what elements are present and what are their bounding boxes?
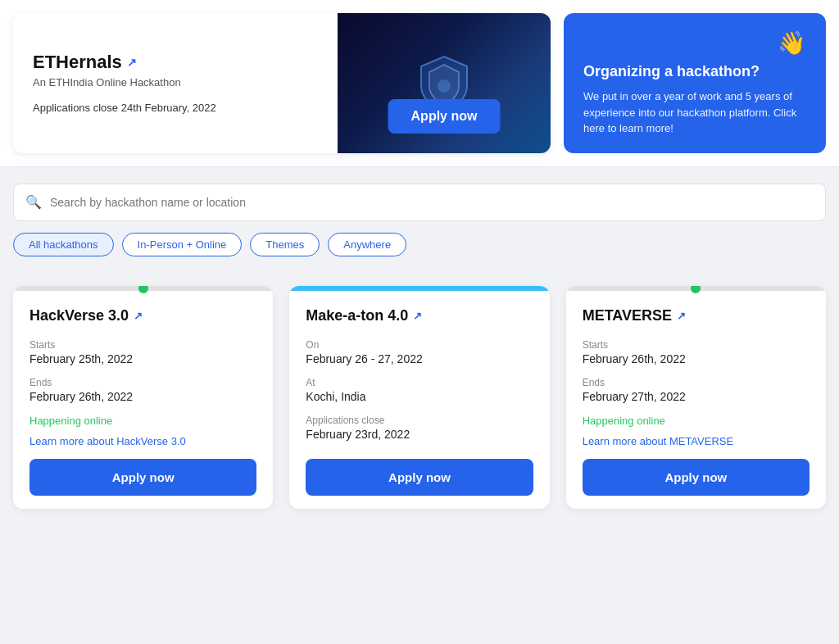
search-input[interactable] <box>50 196 814 209</box>
hero-subtitle: An ETHIndia Online Hackathon <box>33 76 318 88</box>
hero-hackathon-name: ETHernals <box>33 52 122 73</box>
filter-themes[interactable]: Themes <box>250 233 320 256</box>
hackverse-card-body: HackVerse 3.0 ↗ Starts February 25th, 20… <box>13 291 273 509</box>
metaverse-starts-label: Starts <box>583 339 810 351</box>
search-icon: 🔍 <box>25 194 42 210</box>
hackverse-apply-button[interactable]: Apply now <box>29 459 256 496</box>
hero-image: Apply now <box>338 13 551 153</box>
hero-section: ETHernals ↗ An ETHIndia Online Hackathon… <box>0 0 839 167</box>
make-a-ton-close-value: February 23rd, 2022 <box>306 428 533 441</box>
filter-anywhere[interactable]: Anywhere <box>328 233 406 256</box>
svg-point-0 <box>438 79 451 93</box>
make-a-ton-card-body: Make-a-ton 4.0 ↗ On February 26 - 27, 20… <box>289 291 549 509</box>
metaverse-ends-label: Ends <box>583 377 810 388</box>
filter-bar: All hackathons In-Person + Online Themes… <box>13 233 826 256</box>
make-a-ton-close-label: Applications close <box>306 415 533 426</box>
hero-apply-button[interactable]: Apply now <box>388 99 501 134</box>
make-a-ton-external-icon[interactable]: ↗ <box>413 310 422 322</box>
promo-text: We put in over a year of work and 5 year… <box>583 88 806 137</box>
metaverse-indicator <box>566 286 826 291</box>
make-a-ton-at-value: Kochi, India <box>306 390 533 403</box>
filter-in-person-online[interactable]: In-Person + Online <box>122 233 243 256</box>
metaverse-apply-button[interactable]: Apply now <box>583 459 810 496</box>
make-a-ton-indicator <box>289 286 549 291</box>
promo-emoji: 👋 <box>778 29 806 57</box>
metaverse-external-icon[interactable]: ↗ <box>677 310 686 322</box>
promo-title: Organizing a hackathon? <box>583 63 806 80</box>
search-bar: 🔍 <box>13 184 826 221</box>
cards-section: HackVerse 3.0 ↗ Starts February 25th, 20… <box>0 266 839 528</box>
make-a-ton-title: Make-a-ton 4.0 ↗ <box>306 307 533 324</box>
hero-card: ETHernals ↗ An ETHIndia Online Hackathon… <box>13 13 551 153</box>
metaverse-card: METAVERSE ↗ Starts February 26th, 2022 E… <box>566 286 826 509</box>
hackverse-starts-label: Starts <box>29 339 256 351</box>
hackverse-ends-value: February 26th, 2022 <box>29 390 256 403</box>
metaverse-card-body: METAVERSE ↗ Starts February 26th, 2022 E… <box>566 291 826 509</box>
hackverse-learn-more-link[interactable]: Learn more about HackVerse 3.0 <box>29 435 256 447</box>
hackverse-online-status: Happening online <box>29 415 256 427</box>
hackverse-external-icon[interactable]: ↗ <box>134 310 143 322</box>
make-a-ton-at-label: At <box>306 377 533 388</box>
make-a-ton-apply-button[interactable]: Apply now <box>306 459 533 496</box>
search-section: 🔍 All hackathons In-Person + Online Them… <box>0 167 839 266</box>
metaverse-online-status: Happening online <box>583 415 810 427</box>
make-a-ton-on-label: On <box>306 339 533 351</box>
promo-card[interactable]: 👋 Organizing a hackathon? We put in over… <box>564 13 826 153</box>
metaverse-title: METAVERSE ↗ <box>583 307 810 324</box>
hackverse-title: HackVerse 3.0 ↗ <box>29 307 256 324</box>
hackverse-ends-label: Ends <box>29 377 256 388</box>
hero-title: ETHernals ↗ <box>33 52 318 73</box>
make-a-ton-name: Make-a-ton 4.0 <box>306 307 408 324</box>
metaverse-ends-value: February 27th, 2022 <box>583 390 810 403</box>
make-a-ton-card: Make-a-ton 4.0 ↗ On February 26 - 27, 20… <box>289 286 549 509</box>
hackverse-indicator <box>13 286 273 291</box>
make-a-ton-on-value: February 26 - 27, 2022 <box>306 352 533 365</box>
hero-card-content: ETHernals ↗ An ETHIndia Online Hackathon… <box>13 13 338 153</box>
hackverse-starts-value: February 25th, 2022 <box>29 352 256 365</box>
metaverse-name: METAVERSE <box>583 307 672 324</box>
metaverse-starts-value: February 26th, 2022 <box>583 352 810 365</box>
filter-all-hackathons[interactable]: All hackathons <box>13 233 114 256</box>
hero-date: Applications close 24th February, 2022 <box>33 102 318 114</box>
hero-external-link-icon[interactable]: ↗ <box>127 56 137 69</box>
metaverse-learn-more-link[interactable]: Learn more about METAVERSE <box>583 435 810 447</box>
hackverse-name: HackVerse 3.0 <box>29 307 129 324</box>
hackverse-card: HackVerse 3.0 ↗ Starts February 25th, 20… <box>13 286 273 509</box>
